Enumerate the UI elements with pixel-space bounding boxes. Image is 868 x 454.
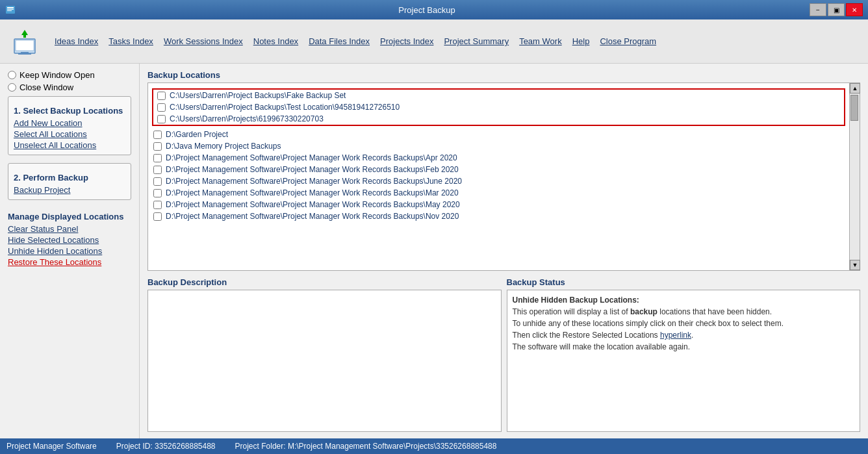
nav-help[interactable]: Help: [568, 35, 594, 47]
app-icon: [5, 5, 16, 15]
backup-status-section: Backup Status Unhide Hidden Backup Locat…: [507, 277, 861, 432]
unselect-all-locations-link[interactable]: Unselect All Locations: [14, 140, 125, 151]
status-project-id: Project ID: 33526268885488: [116, 442, 216, 451]
manage-displayed-section: Manage Displayed Locations Clear Status …: [8, 207, 131, 268]
list-item[interactable]: D:\Project Management Software\Project M…: [148, 199, 849, 210]
restore-button[interactable]: ▣: [828, 3, 845, 16]
restore-these-locations-link[interactable]: Restore These Locations: [8, 257, 131, 268]
location-path-6: D:\Project Management Software\Project M…: [166, 165, 459, 174]
status-line-2: To unhide any of these locations simply …: [513, 319, 855, 328]
nav-team-work[interactable]: Team Work: [515, 35, 566, 47]
title-bar: Project Backup − ▣ ✕: [0, 0, 868, 19]
nav-notes-index[interactable]: Notes Index: [249, 35, 302, 47]
list-item[interactable]: C:\Users\Darren\Project Backups\Test Loc…: [153, 101, 844, 113]
location-checkbox-8[interactable]: [153, 189, 162, 197]
hide-selected-locations-link[interactable]: Hide Selected Locations: [8, 234, 131, 246]
location-checkbox-6[interactable]: [153, 166, 162, 174]
content-area: Backup Locations C:\Users\Darren\Project…: [140, 64, 868, 438]
locations-list: C:\Users\Darren\Project Backups\Fake Bac…: [148, 83, 849, 270]
backup-status-title: Backup Status: [507, 277, 861, 287]
scroll-thumb[interactable]: [850, 95, 858, 121]
list-item[interactable]: D:\Java Memory Project Backups: [148, 140, 849, 152]
nav-ideas-index[interactable]: Ideas Index: [51, 35, 102, 47]
nav-data-files-index[interactable]: Data Files Index: [305, 35, 374, 47]
add-new-location-link[interactable]: Add New Location: [14, 118, 125, 129]
window-controls: − ▣ ✕: [810, 3, 863, 16]
svg-rect-2: [7, 9, 14, 10]
locations-panel: C:\Users\Darren\Project Backups\Fake Bac…: [147, 82, 860, 271]
list-item[interactable]: D:\Project Management Software\Project M…: [148, 175, 849, 187]
clear-status-panel-link[interactable]: Clear Status Panel: [8, 223, 131, 234]
status-text-2: To unhide any of these locations simply …: [513, 319, 784, 328]
location-checkbox-5[interactable]: [153, 154, 162, 162]
svg-rect-6: [21, 52, 29, 53]
close-button[interactable]: ✕: [846, 3, 863, 16]
location-checkbox-0[interactable]: [157, 92, 166, 100]
keep-window-open-option[interactable]: Keep Window Open: [8, 70, 131, 80]
window-title: Project Backup: [44, 5, 810, 15]
location-checkbox-3[interactable]: [153, 131, 162, 139]
svg-marker-8: [21, 30, 28, 38]
location-path-7: D:\Project Management Software\Project M…: [166, 177, 462, 186]
list-item[interactable]: D:\Project Management Software\Project M…: [148, 164, 849, 175]
nav-tasks-index[interactable]: Tasks Index: [105, 35, 157, 47]
nav-bar: Ideas Index Tasks Index Work Sessions In…: [0, 19, 868, 64]
main-area: Keep Window Open Close Window 1. Select …: [0, 64, 868, 438]
close-window-option[interactable]: Close Window: [8, 82, 131, 92]
minimize-button[interactable]: −: [810, 3, 826, 16]
app-logo: [5, 23, 44, 60]
nav-close-program[interactable]: Close Program: [596, 35, 660, 47]
list-item[interactable]: D:\Project Management Software\Project M…: [148, 152, 849, 164]
select-all-locations-link[interactable]: Select All Locations: [14, 129, 125, 140]
keep-window-open-radio[interactable]: [8, 71, 16, 79]
backup-locations-title: Backup Locations: [147, 70, 860, 80]
status-line-4: The software will make the location avai…: [513, 342, 855, 351]
nav-work-sessions-index[interactable]: Work Sessions Index: [160, 35, 247, 47]
location-path-5: D:\Project Management Software\Project M…: [166, 153, 457, 162]
scroll-down-button[interactable]: ▼: [850, 260, 860, 270]
list-item[interactable]: C:\Users\Darren\Projects\619967330220703: [153, 113, 844, 125]
location-checkbox-4[interactable]: [153, 142, 162, 151]
backup-project-link[interactable]: Backup Project: [14, 184, 125, 195]
hyperlink-word: hyperlink: [660, 331, 691, 340]
status-text-3: Then click the Restore Selected Location…: [513, 331, 694, 340]
section1-box: 1. Select Backup Locations Add New Locat…: [8, 96, 131, 155]
location-path-9: D:\Project Management Software\Project M…: [166, 200, 460, 209]
svg-rect-1: [7, 7, 14, 8]
status-line-1: This operation will display a list of ba…: [513, 307, 855, 316]
bottom-panels: Backup Description Backup Status Unhide …: [147, 277, 860, 432]
location-path-1: C:\Users\Darren\Project Backups\Test Loc…: [170, 103, 400, 112]
nav-project-summary[interactable]: Project Summary: [440, 35, 513, 47]
manage-displayed-header: Manage Displayed Locations: [8, 212, 131, 221]
scroll-track: [850, 94, 860, 260]
location-path-0: C:\Users\Darren\Project Backups\Fake Bac…: [170, 91, 346, 100]
backup-locations-section: Backup Locations C:\Users\Darren\Project…: [147, 70, 860, 271]
red-border-group: C:\Users\Darren\Project Backups\Fake Bac…: [152, 88, 845, 126]
status-line-3: Then click the Restore Selected Location…: [513, 331, 855, 340]
list-item[interactable]: D:\Garden Project: [148, 129, 849, 140]
list-item[interactable]: D:\Project Management Software\Project M…: [148, 187, 849, 199]
svg-rect-3: [7, 10, 12, 11]
list-item[interactable]: D:\Project Management Software\Project M…: [148, 210, 849, 222]
status-bar: Project Manager Software Project ID: 335…: [0, 438, 868, 454]
location-checkbox-7[interactable]: [153, 177, 162, 186]
status-line-0: Unhide Hidden Backup Locations:: [513, 296, 855, 305]
location-checkbox-1[interactable]: [157, 103, 166, 112]
nav-projects-index[interactable]: Projects Index: [376, 35, 437, 47]
backup-description-title: Backup Description: [147, 277, 502, 287]
status-text-4: The software will make the location avai…: [513, 342, 690, 351]
status-software: Project Manager Software: [6, 442, 97, 451]
location-path-3: D:\Garden Project: [166, 130, 228, 139]
backup-description-panel: [147, 290, 502, 432]
close-window-radio[interactable]: [8, 83, 16, 92]
location-checkbox-2[interactable]: [157, 115, 166, 123]
location-path-8: D:\Project Management Software\Project M…: [166, 188, 459, 197]
location-checkbox-9[interactable]: [153, 201, 162, 209]
location-path-4: D:\Java Memory Project Backups: [166, 142, 281, 151]
list-item[interactable]: C:\Users\Darren\Project Backups\Fake Bac…: [153, 90, 844, 101]
unhide-hidden-locations-link[interactable]: Unhide Hidden Locations: [8, 246, 131, 257]
section2-box: 2. Perform Backup Backup Project: [8, 163, 131, 200]
sidebar: Keep Window Open Close Window 1. Select …: [0, 64, 140, 438]
location-checkbox-10[interactable]: [153, 212, 162, 221]
scroll-up-button[interactable]: ▲: [850, 83, 860, 94]
